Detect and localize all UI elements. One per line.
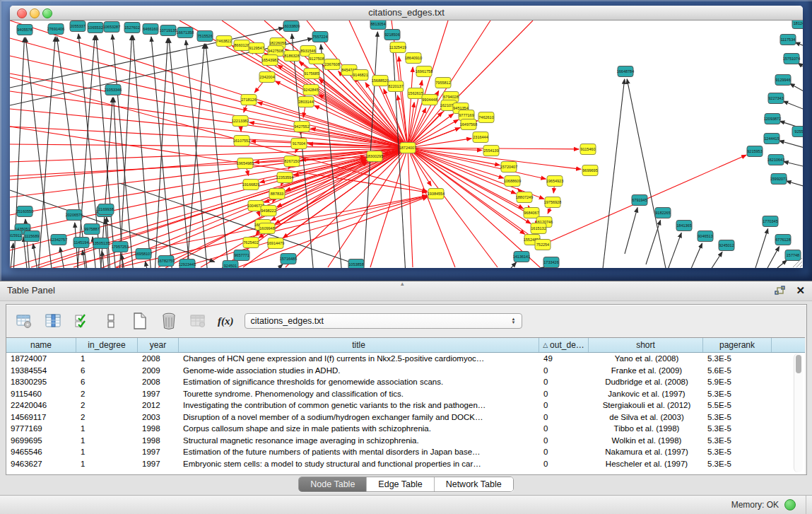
graph-node[interactable]: 2316444: [473, 132, 488, 143]
graph-node[interactable]: 9242845: [303, 85, 319, 95]
graph-node[interactable]: 917004: [291, 139, 307, 149]
graph-node[interactable]: 15992071: [770, 174, 787, 185]
column-header-short[interactable]: short: [589, 338, 703, 352]
column-header-pagerank[interactable]: pagerank: [703, 338, 772, 352]
graph-node[interactable]: 19756928: [544, 197, 561, 208]
graph-node[interactable]: 2718126: [241, 95, 257, 105]
graph-node[interactable]: 9498222: [261, 206, 276, 216]
graph-node[interactable]: 13505135: [93, 238, 110, 249]
graph-node[interactable]: 16782759: [158, 256, 175, 267]
graph-node[interactable]: 8660128: [234, 40, 249, 51]
graph-node[interactable]: 1117534: [780, 35, 796, 45]
graph-node[interactable]: 9175685: [304, 69, 319, 79]
graph-node[interactable]: 6791945: [632, 195, 647, 206]
select-rows-button[interactable]: [73, 312, 91, 330]
graph-node[interactable]: 9218506: [384, 30, 400, 40]
graph-node[interactable]: 9215953: [747, 146, 763, 157]
graph-node[interactable]: 21053346: [105, 85, 122, 95]
graph-node[interactable]: 7625402: [243, 238, 259, 248]
graph-node[interactable]: 924501: [223, 261, 238, 269]
graph-node[interactable]: 16033809: [283, 21, 300, 32]
delete-table-button[interactable]: [160, 312, 178, 330]
graph-node[interactable]: 1053858: [348, 259, 364, 269]
graph-node[interactable]: 9405578: [17, 25, 33, 35]
graph-node[interactable]: 92553: [792, 127, 803, 137]
table-settings-button[interactable]: [15, 312, 33, 330]
graph-node[interactable]: 752254: [535, 240, 551, 250]
graph-node[interactable]: 19654923: [546, 176, 563, 187]
graph-node[interactable]: 12213382: [232, 116, 249, 127]
graph-node[interactable]: 2367608: [324, 59, 340, 70]
graph-node[interactable]: 9182265: [655, 208, 671, 218]
graph-node[interactable]: 16958107: [135, 249, 152, 259]
graph-node[interactable]: 16543982: [261, 55, 278, 66]
graph-node[interactable]: 7955812: [435, 78, 451, 88]
graph-node[interactable]: 1609948: [259, 223, 275, 234]
graph-hub-node[interactable]: 18724007: [399, 143, 416, 153]
graph-node[interactable]: 6776128: [775, 235, 791, 245]
float-panel-icon[interactable]: [775, 286, 786, 296]
graph-node[interactable]: 1841365: [676, 221, 692, 231]
graph-node[interactable]: 20206576: [66, 210, 83, 221]
column-header-year[interactable]: year: [138, 338, 179, 352]
graph-node[interactable]: 9146821: [353, 70, 368, 81]
graph-node[interactable]: 16648784: [617, 66, 634, 77]
graph-node[interactable]: 8813054: [370, 21, 386, 30]
graph-node[interactable]: 15720407: [500, 162, 517, 173]
graph-node[interactable]: 16914479: [267, 238, 284, 249]
graph-node[interactable]: 9245012: [719, 240, 734, 251]
graph-node[interactable]: 19654985: [237, 158, 254, 169]
graph-node[interactable]: 12342757: [50, 235, 67, 245]
graph-node[interactable]: 18640910: [405, 53, 422, 64]
graph-node[interactable]: 2803144: [298, 97, 314, 107]
tab-network-table[interactable]: Network Table: [435, 477, 513, 491]
column-header-name[interactable]: name: [6, 338, 76, 352]
graph-node[interactable]: 15716485: [280, 254, 297, 264]
table-row[interactable]: 1456911722003Disruption of a novel membe…: [6, 411, 805, 424]
show-column-button[interactable]: [44, 312, 62, 330]
graph-node[interactable]: 2554139: [483, 146, 499, 156]
graph-node[interactable]: 15688520: [372, 76, 389, 86]
graph-node[interactable]: 17957253: [112, 242, 129, 252]
column-header-title[interactable]: title: [179, 338, 539, 352]
graph-node[interactable]: 9657771: [234, 250, 249, 261]
table-row[interactable]: 1938455462009Genome-wide association stu…: [6, 365, 805, 377]
graph-node[interactable]: 1615132: [531, 223, 546, 234]
table-row[interactable]: 946362711997Embryonic stem cells: a mode…: [6, 458, 805, 470]
table-row[interactable]: 1830029562008Estimation of significance …: [6, 376, 805, 388]
graph-node[interactable]: 14136141: [513, 252, 530, 262]
vertical-scrollbar[interactable]: [794, 354, 803, 472]
graph-node[interactable]: 9699695: [582, 165, 598, 176]
graph-node[interactable]: 12093872: [764, 114, 781, 124]
graph-node[interactable]: 9127508: [309, 54, 324, 64]
graph-node[interactable]: 12353594: [276, 173, 293, 183]
graph-node[interactable]: 2055337: [70, 21, 86, 32]
graph-node[interactable]: 1244415: [764, 134, 779, 144]
graph-node[interactable]: 8267150: [284, 156, 300, 167]
network-canvas[interactable]: 9405578276914062055337106553210653287152…: [10, 21, 803, 268]
tab-edge-table[interactable]: Edge Table: [367, 477, 434, 491]
graph-node[interactable]: 9904448: [422, 95, 437, 105]
graph-node[interactable]: 18300295: [366, 151, 383, 162]
graph-node[interactable]: 1562615: [408, 88, 423, 99]
column-header-out_de[interactable]: △out_de…: [539, 338, 589, 352]
table-row[interactable]: 946554611997Estimation of the future num…: [6, 446, 805, 458]
function-builder-button[interactable]: f(x): [218, 315, 234, 327]
graph-node[interactable]: 9046513: [698, 231, 713, 242]
graph-node[interactable]: 19384554: [428, 189, 445, 199]
new-table-button[interactable]: [131, 312, 149, 330]
graph-node[interactable]: 7463822: [216, 36, 232, 47]
graph-node[interactable]: 7462610: [478, 112, 494, 123]
graph-node[interactable]: 9427552: [294, 122, 310, 132]
network-window-titlebar[interactable]: citations_edges.txt: [10, 6, 803, 21]
graph-node[interactable]: 9129547: [249, 43, 264, 54]
graph-node[interactable]: 10653287: [103, 22, 120, 33]
graph-node[interactable]: 1145194: [73, 238, 89, 248]
graph-node[interactable]: 9115460: [580, 144, 596, 155]
graph-node[interactable]: 27691406: [47, 24, 64, 35]
graph-node[interactable]: 8220137: [388, 81, 404, 92]
network-graph[interactable]: 9405578276914062055337106553210653287152…: [10, 21, 803, 268]
graph-node[interactable]: 9227343: [768, 93, 784, 104]
graph-node[interactable]: 1733426: [543, 257, 559, 268]
column-header-in_degree[interactable]: in_degree: [76, 338, 138, 352]
